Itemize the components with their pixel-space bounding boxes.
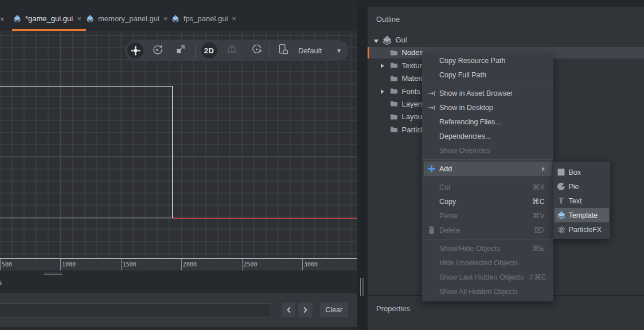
center-column: × *game_gui.gui × memory_panel.gui × fps… [0,0,357,330]
tab-memory-panel[interactable]: memory_panel.gui × [81,0,173,31]
jump-to-icon [427,91,436,96]
menu-item-label: Show Last Hidden Objects [439,273,524,281]
submenu-item-text[interactable]: T Text [553,194,611,208]
tab-fps-panel[interactable]: fps_panel.gui × [166,0,241,31]
toolbar-separator [195,43,196,58]
ruler-tick [60,259,61,270]
menu-item-label: Copy Full Path [439,71,486,79]
menu-item-shortcut: ⌘V [528,211,545,220]
folder-icon [390,62,398,69]
tree-label: Gui [396,36,407,44]
console-tab-partial-label[interactable]: s [0,278,2,286]
submenu-item-label: Template [569,211,598,219]
menu-item-label: Show All Hidden Objects [439,288,518,296]
template-node-icon [557,211,565,219]
editor-tab-bar: × *game_gui.gui × memory_panel.gui × fps… [0,0,357,31]
menu-item-show-in-desktop[interactable]: Show in Desktop [422,100,553,115]
camera-frustum-icon [227,45,237,54]
ruler-tick [0,259,1,270]
menu-item-label: Show Overrides [439,147,490,155]
menu-item-label: Copy [439,198,456,206]
folder-icon [390,88,398,95]
2d-mode-label: 2D [204,46,214,55]
camera-rotate-icon [252,44,262,54]
console-clear-button[interactable]: Clear [320,302,348,317]
tree-label: Nodes [402,48,424,57]
menu-item-show-overrides: Show Overrides [422,143,553,158]
console-next-match-button[interactable] [298,302,313,317]
console-tab-strip: s [0,270,357,294]
menu-item-shortcut: ⌘X [528,183,545,191]
realign-camera-button[interactable] [252,44,262,57]
menu-item-label: Cut [439,183,450,191]
vertical-splitter-handle[interactable] [360,278,365,296]
move-tool-icon [131,46,140,56]
toolbar-separator [270,43,270,58]
menu-item-label: Show in Desktop [439,104,493,112]
menu-item-show-in-asset-browser[interactable]: Show in Asset Browser [422,86,553,100]
scale-tool-icon [175,45,185,54]
console-filter-input[interactable] [0,303,271,318]
menu-item-copy-full-path[interactable]: Copy Full Path [422,68,553,82]
console-toolbar: Clear [0,293,357,327]
menu-separator [422,159,553,160]
add-plus-icon [427,165,436,172]
expand-triangle-icon[interactable] [381,86,386,96]
perspective-camera-button[interactable] [227,45,237,56]
ruler-tick [181,259,182,270]
folder-icon [390,75,398,82]
tab-close-icon[interactable]: × [232,15,236,22]
tab-label: *game_gui.gui [25,14,73,23]
camera-preset-caret-icon[interactable]: ▼ [336,48,342,54]
viewport-toolbar: 2D [125,40,349,61]
device-preview-button[interactable] [278,44,288,57]
tab-game-gui[interactable]: *game_gui.gui × [8,0,86,31]
submenu-item-box[interactable]: Box [553,165,611,179]
properties-panel-title: Properties [376,304,410,313]
console-output-area [0,327,357,330]
expand-triangle-icon[interactable] [374,35,379,45]
menu-item-add[interactable]: Add [424,162,552,176]
ruler-tick-label: 2500 [244,261,257,268]
menu-item-show-hide-objects: Show/Hide Objects ⌘E [422,241,553,256]
partial-tab-close-icon[interactable]: × [0,15,5,23]
menu-item-copy[interactable]: Copy ⌘C [422,194,553,209]
menu-item-referencing-files[interactable]: Referencing Files... [422,115,553,129]
menu-item-shortcut: ⇧⌘E [524,273,546,281]
move-tool-button[interactable] [127,42,143,58]
submenu-item-pie[interactable]: Pie [553,179,611,194]
rotate-tool-icon [153,44,163,54]
horizontal-ruler: 500 1000 1500 2000 2500 3000 [0,258,357,270]
chevron-right-icon [303,307,308,313]
folder-icon [390,49,398,56]
menu-item-label: Delete [439,226,460,234]
gui-scene-icon [171,15,180,22]
folder-icon [390,113,398,120]
scene-viewport[interactable]: 2D [0,31,357,258]
rotate-tool-button[interactable] [153,44,163,57]
outline-panel-title: Outline [376,15,400,23]
defold-editor-window: × *game_gui.gui × memory_panel.gui × fps… [0,0,644,330]
menu-item-shortcut: ⌘E [528,244,545,253]
menu-item-label: Hide Unselected Objects [439,259,518,267]
menu-item-dependencies[interactable]: Dependencies... [422,129,553,143]
menu-item-copy-resource-path[interactable]: Copy Resource Path [422,53,553,68]
tree-row-gui[interactable]: Gui [368,34,644,46]
x-axis-line [173,218,358,219]
clear-button-label: Clear [325,306,342,314]
expand-triangle-icon[interactable] [381,60,386,70]
device-phone-icon [278,44,288,54]
horizontal-splitter-handle[interactable] [44,273,63,277]
menu-item-label: Show/Hide Objects [439,245,500,253]
gui-scene-icon [383,36,392,45]
submenu-item-template[interactable]: Template [555,208,610,222]
ruler-tick [121,259,122,270]
scale-tool-button[interactable] [175,45,185,57]
submenu-item-particlefx[interactable]: ParticleFX [553,222,611,237]
ruler-tick [302,259,303,270]
ruler-tick-label: 1500 [123,261,136,268]
jump-to-icon [427,105,436,111]
console-prev-match-button[interactable] [282,302,296,317]
2d-mode-button[interactable]: 2D [201,42,217,58]
menu-item-delete: Delete ⌦ [422,223,553,237]
